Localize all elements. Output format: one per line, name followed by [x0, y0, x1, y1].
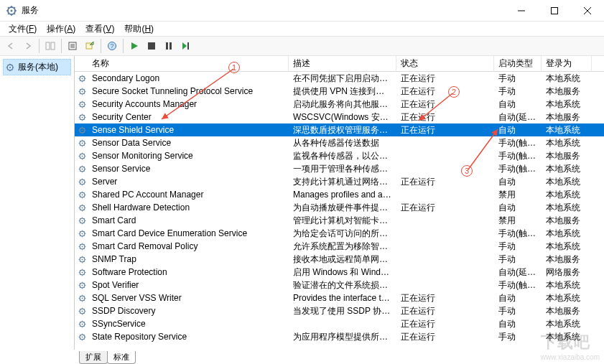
stop-service-button[interactable] — [144, 38, 159, 54]
titlebar: 服务 — [0, 0, 604, 22]
menu-view[interactable]: 查看(V) — [81, 22, 119, 37]
column-name[interactable]: 名称 — [88, 56, 289, 72]
menu-help[interactable]: 帮助(H) — [120, 22, 158, 37]
service-icon — [76, 139, 88, 148]
service-row[interactable]: Smart Card管理此计算机对智能卡的取...禁用本地服务 — [75, 214, 604, 227]
service-row[interactable]: State Repository Service为应用程序模型提供所需的...正… — [75, 330, 604, 343]
service-row[interactable]: SQL Server VSS WriterProvides the interf… — [75, 291, 604, 304]
svg-point-40 — [81, 181, 83, 182]
service-row[interactable]: Sense Shield Service深思数盾授权管理服务。禁...正在运行自… — [75, 123, 604, 136]
column-status[interactable]: 状态 — [396, 56, 494, 72]
svg-marker-15 — [131, 42, 138, 50]
export-button[interactable] — [82, 38, 98, 54]
service-status: 正在运行 — [396, 123, 494, 137]
service-name: Software Protection — [88, 266, 289, 278]
column-startup[interactable]: 启动类型 — [494, 56, 542, 72]
svg-point-26 — [81, 90, 83, 92]
svg-marker-19 — [182, 42, 187, 50]
service-startup: 手动 — [494, 304, 542, 318]
service-status — [396, 220, 494, 221]
service-icon — [76, 281, 88, 290]
service-status: 正在运行 — [396, 304, 494, 318]
service-logon: 本地系统 — [542, 123, 592, 137]
service-desc: Provides the interface to ... — [289, 292, 396, 304]
service-logon: 本地系统 — [542, 279, 592, 292]
service-row[interactable]: Spot Verifier验证潜在的文件系统损坏。手动(触发...本地系统 — [75, 279, 604, 291]
service-icon — [76, 126, 88, 135]
service-name: Secondary Logon — [88, 73, 289, 84]
list-header: 名称 描述 状态 启动类型 登录为 — [75, 56, 604, 72]
minimize-button[interactable] — [505, 0, 538, 22]
service-logon: 本地服务 — [542, 85, 592, 98]
menu-action[interactable]: 操作(A) — [42, 22, 80, 37]
show-hide-tree-button[interactable] — [42, 38, 58, 54]
service-status: 正在运行 — [396, 330, 494, 344]
service-row[interactable]: Smart Card Removal Policy允许系统配置为移除智能卡...… — [75, 240, 604, 253]
service-row[interactable]: SSyncService正在运行自动本地系统 — [75, 317, 604, 330]
service-row[interactable]: Sensor Data Service从各种传感器传送数据手动(触发...本地系… — [75, 136, 604, 149]
service-row[interactable]: SNMP Trap接收本地或远程简单网络管...手动本地服务 — [75, 253, 604, 266]
svg-rect-16 — [148, 42, 155, 50]
start-service-button[interactable] — [126, 38, 142, 54]
service-startup: 自动 — [494, 317, 542, 331]
service-row[interactable]: SSDP Discovery当发现了使用 SSDP 协议的...正在运行手动本地… — [75, 304, 604, 317]
maximize-button[interactable] — [538, 0, 571, 22]
service-icon — [76, 255, 88, 264]
service-row[interactable]: Security Accounts Manager启动此服务将向其他服务发...… — [75, 98, 604, 111]
menu-file[interactable]: 文件(F) — [4, 22, 41, 37]
service-desc: 启用 Windows 和 Windo... — [289, 266, 396, 279]
service-name: SNMP Trap — [88, 253, 289, 265]
service-startup: 禁用 — [494, 214, 542, 228]
service-startup: 手动 — [494, 330, 542, 344]
list-body[interactable]: Secondary Logon在不同凭据下启用启动过程...正在运行手动本地系统… — [75, 72, 604, 350]
restart-service-button[interactable] — [178, 38, 194, 54]
service-row[interactable]: Secure Socket Tunneling Protocol Service… — [75, 85, 604, 98]
forward-button[interactable] — [20, 38, 36, 54]
service-desc: 为应用程序模型提供所需的... — [289, 330, 396, 344]
service-startup: 自动 — [494, 201, 542, 215]
service-status — [396, 194, 494, 195]
properties-button[interactable] — [65, 38, 80, 54]
service-row[interactable]: Sensor Monitoring Service监视各种传感器，以公开数...… — [75, 149, 604, 162]
column-logon[interactable]: 登录为 — [542, 56, 592, 72]
svg-point-54 — [81, 271, 83, 273]
service-startup: 手动 — [494, 72, 542, 85]
service-name: Sensor Data Service — [88, 137, 289, 149]
services-list: 名称 描述 状态 启动类型 登录为 Secondary Logon在不同凭据下启… — [75, 56, 604, 350]
close-button[interactable] — [571, 0, 604, 22]
service-name: Secure Socket Tunneling Protocol Service — [88, 85, 289, 97]
service-status: 正在运行 — [396, 175, 494, 189]
view-tabstrip: 扩展 标准 — [75, 350, 604, 364]
tab-extended[interactable]: 扩展 — [79, 351, 108, 364]
tab-standard[interactable]: 标准 — [107, 351, 136, 364]
help-button[interactable]: ? — [104, 38, 120, 54]
service-row[interactable]: Sensor Service一项用于管理各种传感器的...手动(触发...本地系… — [75, 162, 604, 175]
service-row[interactable]: Server支持此计算机通过网络的文...正在运行自动本地系统 — [75, 175, 604, 188]
service-status — [396, 155, 494, 157]
service-row[interactable]: Software Protection启用 Windows 和 Windo...… — [75, 266, 604, 279]
svg-rect-20 — [187, 42, 189, 50]
service-row[interactable]: Shared PC Account ManagerManages profile… — [75, 188, 604, 201]
svg-point-1 — [11, 9, 13, 11]
service-name: SSyncService — [88, 318, 289, 330]
column-desc[interactable]: 描述 — [289, 56, 396, 72]
service-desc: 管理此计算机对智能卡的取... — [289, 214, 396, 228]
service-desc: 接收本地或远程简单网络管... — [289, 253, 396, 266]
main-area: 服务(本地) 名称 描述 状态 启动类型 登录为 Secondary Logon… — [0, 56, 604, 350]
service-icon — [76, 87, 88, 96]
scope-node-services-local[interactable]: 服务(本地) — [3, 59, 71, 75]
svg-point-36 — [81, 155, 83, 157]
service-row[interactable]: Smart Card Device Enumeration Service为给定… — [75, 227, 604, 240]
service-logon: 本地系统 — [542, 72, 592, 85]
toolbar: ? — [0, 36, 604, 56]
service-icon — [76, 74, 88, 83]
service-desc: 为自动播放硬件事件提供通... — [289, 201, 396, 215]
service-row[interactable]: Shell Hardware Detection为自动播放硬件事件提供通...正… — [75, 201, 604, 214]
svg-point-34 — [81, 142, 83, 144]
service-row[interactable]: Security CenterWSCSVC(Windows 安全中...正在运行… — [75, 111, 604, 123]
svg-point-50 — [81, 246, 83, 247]
service-row[interactable]: Secondary Logon在不同凭据下启用启动过程...正在运行手动本地系统 — [75, 72, 604, 85]
pause-service-button[interactable] — [161, 38, 177, 54]
service-icon — [76, 307, 88, 316]
back-button[interactable] — [3, 38, 19, 54]
